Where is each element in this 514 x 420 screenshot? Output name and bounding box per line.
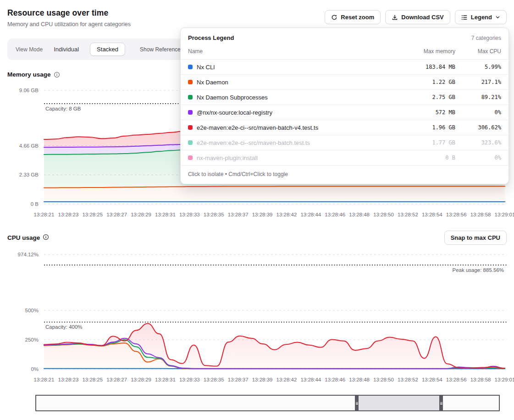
brush-selection[interactable] (359, 396, 439, 410)
time-range-brush[interactable] (35, 395, 500, 411)
series-color-dot (188, 80, 193, 84)
legend-row[interactable]: Nx CLI183.84 MB5.99% (181, 60, 508, 75)
y-axis-label: 974.12% (18, 252, 39, 257)
x-axis-label: 13:28:50 (373, 212, 394, 217)
snap-to-max-cpu-button[interactable]: Snap to max CPU (444, 231, 507, 245)
y-axis-label: 2.33 GB (19, 172, 39, 177)
x-axis-label: 13:28:37 (228, 212, 249, 217)
x-axis-label: 13:28:29 (131, 212, 151, 217)
legend-button[interactable]: Legend (455, 10, 507, 24)
list-icon (461, 14, 468, 21)
series-name: Nx CLI (197, 64, 387, 71)
legend-row[interactable]: Nx Daemon1.22 GB217.1% (181, 75, 508, 90)
x-axis-label: 13:28:27 (106, 377, 127, 382)
reference-line-label: Peak usage: 885.56% (452, 267, 504, 273)
x-axis-label: 13:28:46 (325, 212, 345, 217)
legend-table-header: Name Max memory Max CPU (181, 41, 508, 60)
series-max-memory: 1.77 GB (387, 139, 455, 146)
x-axis-label: 13:28:52 (398, 212, 418, 217)
series-max-memory: 1.22 GB (387, 79, 455, 85)
series-name: e2e-maven:e2e-ci--src/maven-batch.test.t… (197, 139, 387, 146)
y-axis-label: 0 B (31, 201, 39, 207)
x-axis-label: 13:28:42 (276, 377, 297, 382)
download-csv-button[interactable]: Download CSV (385, 10, 450, 24)
series-max-memory: 572 MB (387, 109, 455, 116)
legend-row[interactable]: @nx/nx-source:local-registry572 MB0% (181, 105, 508, 120)
category-count: 7 categories (471, 35, 501, 41)
x-axis-label: 13:28:58 (470, 377, 491, 382)
x-axis-label: 13:28:50 (373, 377, 394, 382)
x-axis-label: 13:28:23 (58, 212, 79, 217)
x-axis-label: 13:28:46 (325, 377, 345, 382)
x-axis-label: 13:28:42 (276, 212, 297, 217)
series-max-cpu: 5.99% (455, 64, 501, 70)
x-axis-label: 13:28:31 (155, 212, 176, 217)
reset-zoom-label: Reset zoom (341, 14, 374, 21)
page-title: Resource usage over time (7, 8, 131, 18)
series-max-memory: 183.84 MB (387, 64, 455, 70)
column-max-memory: Max memory (387, 48, 455, 55)
view-mode-individual[interactable]: Individual (54, 46, 79, 53)
x-axis-label: 13:28:58 (470, 212, 491, 217)
x-axis-label: 13:28:44 (300, 377, 321, 382)
legend-footer-hint: Click to isolate • Cmd/Ctrl+Click to tog… (181, 166, 508, 184)
series-max-cpu: 0% (455, 155, 501, 161)
x-axis-label: 13:28:21 (34, 212, 55, 217)
x-axis-label: 13:28:48 (349, 377, 370, 382)
series-max-memory: 1.96 GB (387, 124, 455, 131)
x-axis-label: 13:28:54 (422, 212, 442, 217)
legend-row[interactable]: nx-maven-plugin:install0 B0% (181, 150, 508, 166)
x-axis-label: 13:28:21 (34, 377, 55, 382)
cpu-chart-svg[interactable]: 974.12%500%250%0%Peak usage: 885.56%Capa… (7, 247, 507, 374)
x-axis-label: 13:28:29 (131, 377, 151, 382)
x-axis-label: 13:28:25 (82, 377, 103, 382)
x-axis-label: 13:28:33 (179, 212, 200, 217)
brush-handle-right[interactable] (439, 395, 443, 411)
refresh-icon (331, 14, 337, 21)
cpu-x-axis: 13:28:2113:28:2313:28:2513:28:2713:28:29… (7, 376, 507, 385)
series-name: e2e-maven:e2e-ci--src/maven-batch-v4.tes… (197, 124, 387, 131)
x-axis-label: 13:29:01 (495, 377, 514, 382)
y-axis-label: 0% (31, 366, 39, 372)
x-axis-label: 13:28:39 (252, 212, 273, 217)
y-axis-label: 500% (25, 308, 39, 313)
column-name: Name (188, 48, 387, 55)
series-color-dot (188, 125, 193, 130)
chevron-down-icon (495, 15, 500, 20)
x-axis-label: 13:28:35 (204, 212, 224, 217)
series-max-cpu: 306.62% (455, 124, 501, 131)
x-axis-label: 13:28:44 (300, 212, 321, 217)
x-axis-label: 13:28:33 (179, 377, 200, 382)
series-max-cpu: 0% (455, 109, 501, 116)
x-axis-label: 13:28:52 (398, 377, 418, 382)
info-icon[interactable] (54, 72, 60, 78)
cpu-section-header: CPU usage Snap to max CPU (7, 231, 507, 245)
memory-usage-title: Memory usage (7, 71, 51, 78)
x-axis-label: 13:28:39 (252, 377, 273, 382)
cpu-usage-title: CPU usage (7, 234, 40, 241)
download-csv-label: Download CSV (401, 14, 443, 21)
cpu-chart[interactable]: 974.12%500%250%0%Peak usage: 885.56%Capa… (7, 247, 507, 385)
view-mode-stacked[interactable]: Stacked (90, 43, 125, 56)
download-icon (392, 14, 398, 21)
x-axis-label: 13:28:27 (106, 212, 127, 217)
series-name: nx-maven-plugin:install (197, 155, 387, 161)
x-axis-label: 13:28:37 (228, 377, 249, 382)
reference-line-label: Capacity: 400% (45, 324, 83, 330)
legend-row[interactable]: Nx Daemon Subprocesses2.75 GB89.21% (181, 90, 508, 105)
brush-handle-left[interactable] (355, 395, 359, 411)
y-axis-label: 250% (25, 337, 39, 343)
x-axis-label: 13:28:25 (82, 212, 103, 217)
x-axis-label: 13:28:48 (349, 212, 370, 217)
series-max-memory: 0 B (387, 155, 455, 161)
x-axis-label: 13:28:35 (204, 377, 224, 382)
series-max-cpu: 89.21% (455, 94, 501, 100)
info-icon[interactable] (43, 234, 49, 242)
x-axis-label: 13:28:56 (446, 212, 467, 217)
popover-title: Process Legend (188, 34, 234, 41)
legend-row[interactable]: e2e-maven:e2e-ci--src/maven-batch-v4.tes… (181, 120, 508, 135)
legend-row[interactable]: e2e-maven:e2e-ci--src/maven-batch.test.t… (181, 135, 508, 150)
x-axis-label: 13:28:56 (446, 377, 467, 382)
x-axis-label: 13:29:01 (495, 212, 514, 217)
reset-zoom-button[interactable]: Reset zoom (325, 10, 381, 24)
